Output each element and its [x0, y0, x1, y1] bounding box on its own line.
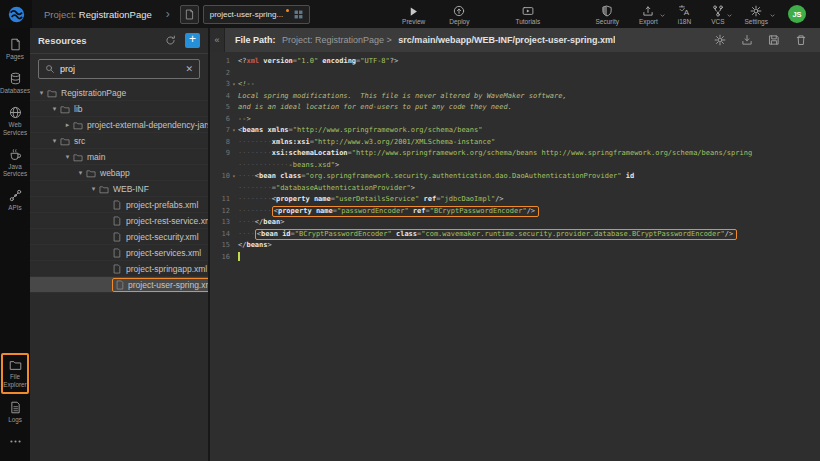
folder-icon — [86, 168, 96, 178]
tree-item[interactable]: project-prefabs.xml — [30, 197, 208, 213]
line-number: 6 — [210, 114, 230, 126]
trash-icon[interactable] — [795, 34, 807, 46]
sidebar-item-databases[interactable]: Databases — [1, 68, 29, 99]
expand-arrow-icon[interactable]: ▾ — [49, 137, 60, 145]
expand-arrow-icon[interactable]: ▾ — [88, 185, 99, 193]
tree-item[interactable]: ▾lib — [30, 101, 208, 117]
selected-file-highlight: project-user-spring.xml — [112, 278, 208, 292]
preview-button[interactable]: Preview — [402, 4, 425, 25]
folder-icon — [60, 136, 70, 146]
search-input[interactable] — [60, 64, 180, 74]
grid-icon[interactable] — [294, 10, 303, 19]
sidebar-item-java-services[interactable]: JavaServices — [1, 144, 29, 182]
fold-gutter — [230, 229, 238, 241]
code-text: <beans xmlns="http://www.springframework… — [238, 125, 482, 137]
tree-item[interactable]: project-rest-service.xml — [30, 213, 208, 229]
fold-arrow-icon[interactable]: ▾ — [230, 125, 238, 137]
file-path-value: src/main/webapp/WEB-INF/project-user-spr… — [398, 35, 615, 45]
download-icon[interactable] — [741, 34, 753, 46]
sidebar-item-more[interactable] — [1, 431, 29, 453]
file-path-context: Project: RegistrationPage > — [282, 35, 392, 45]
save-icon[interactable] — [768, 34, 780, 46]
tree-item-label: project-rest-service.xml — [126, 216, 208, 226]
line-number: 13 — [210, 217, 230, 229]
sidebar-item-web-services[interactable]: WebServices — [1, 102, 29, 140]
fold-arrow-icon[interactable]: ▾ — [230, 171, 238, 183]
code-text: </beans> — [238, 240, 272, 252]
fold-gutter — [230, 217, 238, 229]
expand-arrow-icon[interactable]: ▸ — [62, 121, 73, 129]
resources-title: Resources — [38, 35, 165, 46]
expand-arrow-icon[interactable]: ▾ — [36, 89, 47, 97]
tree-item[interactable]: project-services.xml — [30, 245, 208, 261]
expand-arrow-icon[interactable]: ▾ — [62, 153, 73, 161]
search-icon — [45, 64, 55, 74]
sidebar-item-label: APIs — [8, 204, 21, 211]
deploy-button[interactable]: Deploy — [449, 4, 469, 25]
more-icon — [9, 435, 22, 448]
tutorials-label: Tutorials — [515, 18, 540, 25]
tree-item[interactable]: project-security.xml — [30, 229, 208, 245]
settings-button[interactable]: Settings — [745, 4, 769, 25]
code-text: <?xml version="1.0" encoding="UTF-8"?> — [238, 56, 398, 68]
globe-icon — [9, 106, 22, 119]
tree-item[interactable]: ▸project-external-dependency-jars — [30, 117, 208, 133]
export-icon — [642, 4, 654, 17]
code-line: 12········<property name="passwordEncode… — [210, 206, 820, 218]
tab-project-user-spring[interactable]: project-user-spring... — [203, 5, 310, 24]
fold-arrow-icon[interactable]: ▾ — [230, 79, 238, 91]
tree-item[interactable]: ▾WEB-INF — [30, 181, 208, 197]
line-number: 10 — [210, 171, 230, 183]
refresh-icon[interactable] — [165, 35, 176, 46]
fold-gutter — [230, 102, 238, 114]
sidebar-item-file-explorer[interactable]: FileExplorer — [1, 353, 29, 393]
code-text: and is an ideal location for end-users t… — [238, 102, 512, 114]
top-bar: Project: RegistrationPage › project-user… — [0, 0, 820, 28]
sidebar-item-pages[interactable]: Pages — [1, 34, 29, 65]
sidebar-item-logs[interactable]: Logs — [1, 397, 29, 428]
line-number: 7 — [210, 125, 230, 137]
security-label: Security — [595, 18, 618, 25]
expand-arrow-icon[interactable]: ▾ — [49, 105, 60, 113]
collapse-panel-button[interactable]: « — [210, 28, 225, 52]
code-line: 14····<bean id="BCryptPasswordEncoder" c… — [210, 229, 820, 241]
file-icon — [180, 5, 199, 24]
line-number — [210, 160, 230, 172]
i18n-label: i18N — [678, 18, 691, 25]
tree-item[interactable]: project-springapp.xml — [30, 261, 208, 277]
fold-gutter — [230, 137, 238, 149]
i18n-button[interactable]: A i18N — [678, 4, 691, 25]
security-button[interactable]: Security — [595, 4, 618, 25]
tree-item[interactable]: ▾main — [30, 149, 208, 165]
line-number: 8 — [210, 137, 230, 149]
expand-arrow-icon[interactable]: ▾ — [75, 169, 86, 177]
wavemaker-logo[interactable] — [0, 0, 32, 28]
file-icon — [112, 200, 122, 210]
line-number: 16 — [210, 252, 230, 264]
coffee-icon — [9, 148, 22, 161]
vcs-button[interactable]: VCS — [711, 4, 724, 25]
line-number: 12 — [210, 206, 230, 218]
export-button[interactable]: Export — [639, 4, 658, 25]
code-text: ····<bean class="org.springframework.sec… — [238, 171, 634, 183]
code-editor[interactable]: 1<?xml version="1.0" encoding="UTF-8"?>2… — [210, 52, 820, 461]
code-text: ········xmlns:xsi="http://www.w3.org/200… — [238, 137, 495, 149]
user-avatar[interactable]: JS — [788, 5, 806, 23]
clear-search-icon[interactable]: ✕ — [185, 64, 193, 74]
code-text: --> — [238, 114, 251, 126]
code-line: 16 — [210, 252, 820, 264]
code-line: ········="databaseAuthenticationProvider… — [210, 183, 820, 195]
code-line: 8········xmlns:xsi="http://www.w3.org/20… — [210, 137, 820, 149]
tutorials-button[interactable]: Tutorials — [515, 4, 540, 25]
editor-settings-gear-icon[interactable] — [714, 34, 726, 46]
project-name: RegistrationPage — [79, 9, 152, 20]
tree-item[interactable]: ▾src — [30, 133, 208, 149]
tree-item[interactable]: ▾RegistrationPage — [30, 85, 208, 101]
tree-item[interactable]: ▾webapp — [30, 165, 208, 181]
tree-item[interactable]: project-user-spring.xml — [30, 277, 208, 293]
sidebar-item-apis[interactable]: APIs — [1, 185, 29, 216]
add-resource-button[interactable]: + — [185, 33, 200, 48]
pages-icon — [9, 38, 22, 51]
fold-gutter — [230, 240, 238, 252]
sidebar-item-label: WebServices — [3, 121, 27, 135]
